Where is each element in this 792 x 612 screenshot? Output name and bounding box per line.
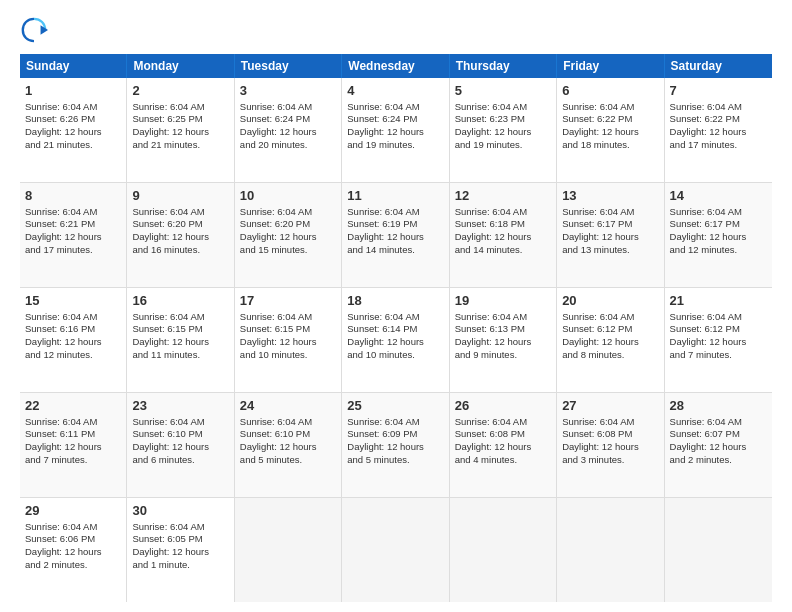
day-info-line: Daylight: 12 hours <box>132 126 228 139</box>
header-day-thursday: Thursday <box>450 54 557 78</box>
day-info-line: Sunset: 6:20 PM <box>132 218 228 231</box>
day-info-line: Daylight: 12 hours <box>455 441 551 454</box>
day-number: 4 <box>347 82 443 100</box>
day-info-line: and 16 minutes. <box>132 244 228 257</box>
day-info-line: and 7 minutes. <box>25 454 121 467</box>
day-info-line: Sunrise: 6:04 AM <box>455 416 551 429</box>
day-number: 28 <box>670 397 767 415</box>
day-number: 2 <box>132 82 228 100</box>
day-info-line: Sunrise: 6:04 AM <box>25 521 121 534</box>
header-day-tuesday: Tuesday <box>235 54 342 78</box>
day-info-line: Daylight: 12 hours <box>670 441 767 454</box>
cal-cell: 24Sunrise: 6:04 AMSunset: 6:10 PMDayligh… <box>235 393 342 497</box>
calendar-week-3: 22Sunrise: 6:04 AMSunset: 6:11 PMDayligh… <box>20 393 772 498</box>
day-info-line: and 7 minutes. <box>670 349 767 362</box>
day-info-line: and 17 minutes. <box>670 139 767 152</box>
day-info-line: Daylight: 12 hours <box>240 441 336 454</box>
logo <box>20 16 52 44</box>
cal-cell <box>342 498 449 602</box>
cal-cell: 6Sunrise: 6:04 AMSunset: 6:22 PMDaylight… <box>557 78 664 182</box>
day-info-line: Daylight: 12 hours <box>25 441 121 454</box>
day-info-line: Daylight: 12 hours <box>347 126 443 139</box>
day-info-line: Sunrise: 6:04 AM <box>562 101 658 114</box>
day-number: 8 <box>25 187 121 205</box>
day-number: 26 <box>455 397 551 415</box>
day-info-line: and 1 minute. <box>132 559 228 572</box>
day-info-line: and 9 minutes. <box>455 349 551 362</box>
cal-cell: 13Sunrise: 6:04 AMSunset: 6:17 PMDayligh… <box>557 183 664 287</box>
day-info-line: Daylight: 12 hours <box>240 126 336 139</box>
day-info-line: Sunrise: 6:04 AM <box>132 206 228 219</box>
day-info-line: Sunset: 6:17 PM <box>562 218 658 231</box>
day-info-line: Sunset: 6:16 PM <box>25 323 121 336</box>
day-info-line: Daylight: 12 hours <box>25 126 121 139</box>
cal-cell: 14Sunrise: 6:04 AMSunset: 6:17 PMDayligh… <box>665 183 772 287</box>
day-info-line: Daylight: 12 hours <box>455 126 551 139</box>
header <box>20 16 772 44</box>
day-info-line: and 19 minutes. <box>347 139 443 152</box>
day-number: 14 <box>670 187 767 205</box>
cal-cell: 5Sunrise: 6:04 AMSunset: 6:23 PMDaylight… <box>450 78 557 182</box>
header-day-saturday: Saturday <box>665 54 772 78</box>
day-info-line: Sunrise: 6:04 AM <box>347 311 443 324</box>
day-number: 18 <box>347 292 443 310</box>
day-info-line: Sunrise: 6:04 AM <box>347 206 443 219</box>
calendar-week-0: 1Sunrise: 6:04 AMSunset: 6:26 PMDaylight… <box>20 78 772 183</box>
day-number: 23 <box>132 397 228 415</box>
day-info-line: and 19 minutes. <box>455 139 551 152</box>
day-number: 29 <box>25 502 121 520</box>
cal-cell: 16Sunrise: 6:04 AMSunset: 6:15 PMDayligh… <box>127 288 234 392</box>
day-info-line: Sunset: 6:12 PM <box>562 323 658 336</box>
day-info-line: Sunset: 6:23 PM <box>455 113 551 126</box>
day-info-line: Daylight: 12 hours <box>132 336 228 349</box>
day-info-line: Daylight: 12 hours <box>25 336 121 349</box>
day-number: 27 <box>562 397 658 415</box>
cal-cell: 29Sunrise: 6:04 AMSunset: 6:06 PMDayligh… <box>20 498 127 602</box>
day-info-line: Sunrise: 6:04 AM <box>240 416 336 429</box>
cal-cell: 3Sunrise: 6:04 AMSunset: 6:24 PMDaylight… <box>235 78 342 182</box>
day-number: 19 <box>455 292 551 310</box>
day-info-line: Sunrise: 6:04 AM <box>240 206 336 219</box>
day-info-line: and 8 minutes. <box>562 349 658 362</box>
day-info-line: and 2 minutes. <box>670 454 767 467</box>
cal-cell <box>450 498 557 602</box>
calendar-header: SundayMondayTuesdayWednesdayThursdayFrid… <box>20 54 772 78</box>
cal-cell: 22Sunrise: 6:04 AMSunset: 6:11 PMDayligh… <box>20 393 127 497</box>
day-info-line: Sunset: 6:17 PM <box>670 218 767 231</box>
cal-cell: 23Sunrise: 6:04 AMSunset: 6:10 PMDayligh… <box>127 393 234 497</box>
day-info-line: and 20 minutes. <box>240 139 336 152</box>
day-info-line: Sunset: 6:08 PM <box>455 428 551 441</box>
day-info-line: Daylight: 12 hours <box>562 336 658 349</box>
cal-cell: 26Sunrise: 6:04 AMSunset: 6:08 PMDayligh… <box>450 393 557 497</box>
day-info-line: Daylight: 12 hours <box>240 336 336 349</box>
cal-cell <box>235 498 342 602</box>
day-info-line: and 17 minutes. <box>25 244 121 257</box>
cal-cell: 30Sunrise: 6:04 AMSunset: 6:05 PMDayligh… <box>127 498 234 602</box>
day-info-line: Sunrise: 6:04 AM <box>562 311 658 324</box>
day-info-line: and 12 minutes. <box>670 244 767 257</box>
calendar-body: 1Sunrise: 6:04 AMSunset: 6:26 PMDaylight… <box>20 78 772 602</box>
day-info-line: and 11 minutes. <box>132 349 228 362</box>
day-info-line: Sunset: 6:08 PM <box>562 428 658 441</box>
day-info-line: Sunset: 6:13 PM <box>455 323 551 336</box>
day-number: 3 <box>240 82 336 100</box>
day-number: 12 <box>455 187 551 205</box>
day-info-line: and 6 minutes. <box>132 454 228 467</box>
day-number: 5 <box>455 82 551 100</box>
day-info-line: Daylight: 12 hours <box>455 231 551 244</box>
cal-cell: 12Sunrise: 6:04 AMSunset: 6:18 PMDayligh… <box>450 183 557 287</box>
day-info-line: Sunrise: 6:04 AM <box>670 101 767 114</box>
day-info-line: Sunset: 6:10 PM <box>132 428 228 441</box>
day-info-line: Sunrise: 6:04 AM <box>670 416 767 429</box>
cal-cell <box>665 498 772 602</box>
day-info-line: Daylight: 12 hours <box>132 441 228 454</box>
day-info-line: Sunrise: 6:04 AM <box>670 311 767 324</box>
day-info-line: and 14 minutes. <box>347 244 443 257</box>
day-info-line: Sunset: 6:22 PM <box>562 113 658 126</box>
day-info-line: Sunset: 6:14 PM <box>347 323 443 336</box>
day-info-line: Sunset: 6:24 PM <box>240 113 336 126</box>
day-info-line: Sunrise: 6:04 AM <box>562 416 658 429</box>
header-day-wednesday: Wednesday <box>342 54 449 78</box>
day-info-line: Daylight: 12 hours <box>670 231 767 244</box>
day-info-line: and 13 minutes. <box>562 244 658 257</box>
